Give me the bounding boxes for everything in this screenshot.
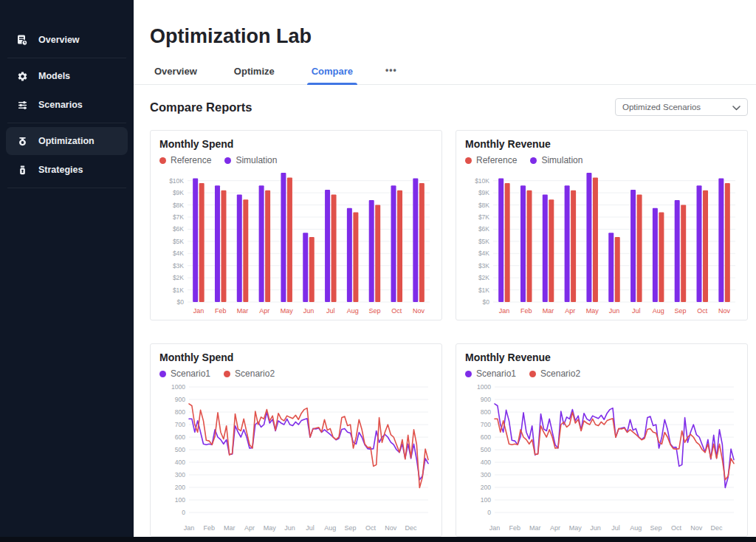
svg-text:$7K: $7K [478, 213, 489, 221]
svg-text:$1K: $1K [478, 287, 489, 294]
svg-text:Sep: Sep [345, 524, 357, 532]
chart-card-monthly-spend-bar: Monthly Spend ReferenceSimulation $0$1K$… [150, 130, 442, 320]
scenario-select[interactable]: Optimized Scenarios [615, 98, 748, 116]
sidebar-item-models[interactable]: Models [6, 62, 128, 90]
legend-item-simulation[interactable]: Simulation [530, 155, 583, 165]
svg-text:Apr: Apr [550, 524, 560, 532]
sidebar-divider [7, 188, 126, 188]
legend-dot [529, 371, 536, 377]
svg-text:Oct: Oct [391, 307, 402, 315]
svg-text:1000: 1000 [171, 383, 185, 391]
svg-text:Jun: Jun [284, 524, 295, 532]
svg-text:300: 300 [175, 471, 185, 478]
sidebar-item-scenarios[interactable]: Scenarios [6, 91, 128, 119]
svg-text:$7K: $7K [173, 213, 184, 221]
svg-text:$6K: $6K [478, 225, 489, 233]
sidebar-divider [7, 58, 126, 58]
chart-card-monthly-revenue-bar: Monthly Revenue ReferenceSimulation $0$1… [456, 130, 748, 320]
svg-text:Dec: Dec [711, 524, 724, 532]
svg-text:800: 800 [175, 408, 185, 416]
page-title: Optimization Lab [150, 25, 312, 48]
sidebar-item-label: Strategies [38, 165, 83, 175]
legend-label: Scenario1 [171, 368, 210, 379]
svg-text:$3K: $3K [173, 262, 184, 270]
legend-dot [530, 157, 537, 164]
svg-text:Feb: Feb [204, 524, 216, 532]
legend-dot [465, 371, 472, 377]
legend-label: Reference [171, 155, 211, 165]
chart-title: Monthly Revenue [465, 351, 738, 365]
chart-title: Monthly Spend [159, 138, 433, 151]
legend-label: Reference [476, 155, 517, 165]
svg-text:400: 400 [481, 459, 491, 466]
svg-text:$4K: $4K [478, 250, 489, 257]
sidebar-item-strategies[interactable]: Strategies [6, 156, 128, 184]
svg-text:Feb: Feb [520, 307, 532, 315]
legend-label: Simulation [236, 155, 277, 165]
sidebar-item-label: Optimization [38, 136, 94, 146]
tab-compare[interactable]: Compare [307, 66, 357, 84]
svg-text:Nov: Nov [718, 307, 731, 315]
legend-item-scenario2[interactable]: Scenario2 [529, 368, 580, 379]
svg-text:$10K: $10K [475, 177, 489, 185]
svg-text:200: 200 [175, 484, 185, 491]
svg-text:$8K: $8K [173, 202, 184, 209]
svg-text:$2K: $2K [173, 274, 184, 281]
tab-optimize[interactable]: Optimize [230, 66, 279, 84]
bar-chart-monthly-revenue: $0$1K$2K$3K$4K$5K$6K$7K$8K$9K$10KJanFebM… [465, 169, 740, 317]
sidebar: Overview Models Scenarios Optimization S… [0, 0, 134, 542]
legend-item-simulation[interactable]: Simulation [224, 155, 277, 165]
svg-text:$9K: $9K [478, 189, 489, 196]
legend-dot [159, 371, 166, 377]
svg-text:$5K: $5K [173, 238, 184, 245]
svg-text:$8K: $8K [478, 202, 489, 209]
section-header: Compare Reports Optimized Scenarios [134, 98, 756, 116]
svg-text:Jul: Jul [611, 524, 620, 532]
svg-text:Sep: Sep [650, 524, 662, 532]
svg-text:$10K: $10K [169, 177, 184, 185]
svg-text:May: May [264, 524, 277, 532]
svg-text:900: 900 [175, 396, 185, 403]
svg-text:May: May [281, 307, 294, 315]
chart-title: Monthly Spend [159, 351, 433, 365]
legend-item-reference[interactable]: Reference [465, 155, 517, 165]
svg-text:Mar: Mar [224, 524, 236, 532]
legend-dot [465, 157, 472, 164]
svg-text:100: 100 [175, 496, 185, 504]
svg-text:400: 400 [175, 459, 185, 466]
svg-text:Nov: Nov [413, 307, 425, 315]
chart-title: Monthly Revenue [465, 138, 738, 151]
section-title: Compare Reports [150, 100, 252, 114]
legend-label: Scenario2 [235, 368, 275, 379]
gear-icon [16, 70, 28, 82]
legend-item-scenario1[interactable]: Scenario1 [159, 368, 210, 379]
tab-bar: Overview Optimize Compare ••• [134, 62, 756, 85]
svg-text:1000: 1000 [477, 383, 491, 391]
svg-text:Jun: Jun [590, 524, 601, 532]
svg-text:$9K: $9K [173, 189, 184, 196]
chart-legend: ReferenceSimulation [465, 151, 738, 169]
svg-text:Apr: Apr [259, 307, 269, 315]
svg-text:$0: $0 [483, 298, 490, 306]
tab-more-button[interactable]: ••• [385, 65, 397, 84]
sidebar-item-label: Scenarios [38, 100, 83, 110]
svg-text:May: May [569, 524, 583, 532]
legend-item-reference[interactable]: Reference [159, 155, 211, 165]
chart-card-monthly-revenue-line: Monthly Revenue Scenario1Scenario2 01002… [456, 343, 748, 537]
svg-text:Jun: Jun [303, 307, 315, 315]
sidebar-item-optimization[interactable]: Optimization [6, 127, 128, 155]
chart-legend: Scenario1Scenario2 [159, 365, 433, 383]
strategy-jar-icon [16, 164, 28, 176]
svg-text:Nov: Nov [385, 524, 397, 532]
legend-item-scenario2[interactable]: Scenario2 [224, 368, 275, 379]
sidebar-item-overview[interactable]: Overview [6, 26, 128, 54]
svg-text:Oct: Oct [365, 524, 377, 532]
legend-item-scenario1[interactable]: Scenario1 [465, 368, 516, 379]
svg-text:Aug: Aug [324, 524, 336, 532]
svg-text:700: 700 [175, 421, 185, 428]
svg-text:Jul: Jul [306, 524, 315, 532]
svg-text:Mar: Mar [529, 524, 541, 532]
svg-text:Apr: Apr [244, 524, 255, 532]
tab-overview[interactable]: Overview [150, 66, 202, 84]
svg-text:200: 200 [481, 484, 491, 491]
